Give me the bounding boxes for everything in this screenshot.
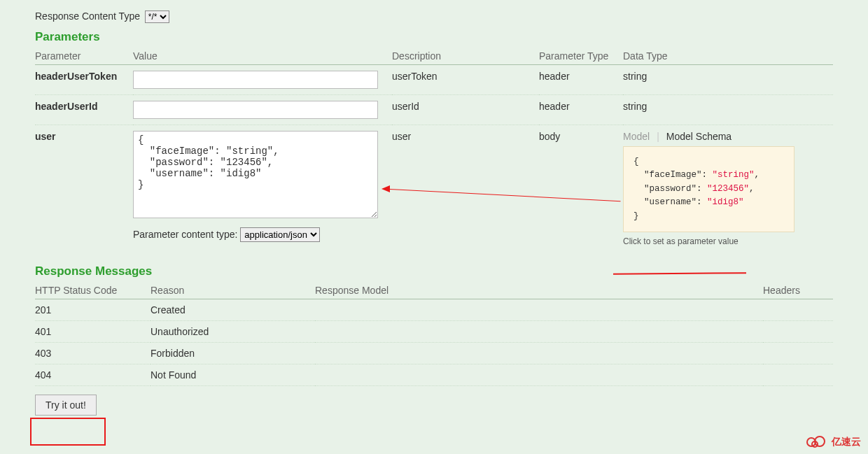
resp-code: 201 [35,299,150,320]
response-messages-heading: Response Messages [35,264,833,278]
response-content-type-label: Response Content Type [35,10,140,22]
param-datatype: string [623,65,833,95]
param-datatype: string [623,95,833,125]
th-parameter: Parameter [35,48,133,65]
param-content-type-label: Parameter content type: [133,229,237,240]
headerUserToken-input[interactable] [133,71,378,89]
param-content-type-select[interactable]: application/json [240,227,320,242]
headerUserId-input[interactable] [133,101,378,119]
parameters-table: Parameter Value Description Parameter Ty… [35,48,833,252]
resp-reason: Forbidden [150,342,315,364]
param-description: user [392,125,539,252]
table-row: 404 Not Found [35,364,833,385]
param-row: headerUserToken userToken header string [35,65,833,95]
param-description: userToken [392,65,539,95]
logo-icon [805,434,829,451]
click-to-set-hint[interactable]: Click to set as parameter value [623,236,827,246]
param-type: body [539,125,623,252]
brand-logo: 亿速云 [805,434,861,451]
table-row: 201 Created [35,299,833,320]
param-name: headerUserToken [35,65,133,95]
resp-code: 401 [35,320,150,342]
logo-text: 亿速云 [832,436,861,448]
th-status-code: HTTP Status Code [35,282,150,299]
param-name: user [35,125,133,252]
annotation-highlight-box [30,418,106,446]
resp-reason: Not Found [150,364,315,385]
th-headers: Headers [763,282,833,299]
resp-code: 404 [35,364,150,385]
th-response-model: Response Model [315,282,763,299]
try-it-out-button[interactable]: Try it out! [35,395,97,416]
response-messages-table: HTTP Status Code Reason Response Model H… [35,282,833,386]
th-description: Description [392,48,539,65]
table-row: 403 Forbidden [35,342,833,364]
param-name: headerUserId [35,95,133,125]
th-reason: Reason [150,282,315,299]
table-row: 401 Unauthorized [35,320,833,342]
param-type: header [539,65,623,95]
th-param-type: Parameter Type [539,48,623,65]
th-data-type: Data Type [623,48,833,65]
param-description: userId [392,95,539,125]
th-value: Value [133,48,392,65]
param-row: headerUserId userId header string [35,95,833,125]
resp-reason: Created [150,299,315,320]
user-body-textarea[interactable] [133,131,378,218]
resp-reason: Unauthorized [150,320,315,342]
param-row-body: user Parameter content type: application… [35,125,833,252]
model-schema-box[interactable]: { "faceImage": "string", "password": "12… [623,146,794,232]
response-content-type-select[interactable]: */* [145,10,169,23]
tab-model-schema[interactable]: Model Schema [666,131,738,142]
resp-code: 403 [35,342,150,364]
tab-model[interactable]: Model [623,131,657,142]
param-type: header [539,95,623,125]
parameters-heading: Parameters [35,30,833,44]
